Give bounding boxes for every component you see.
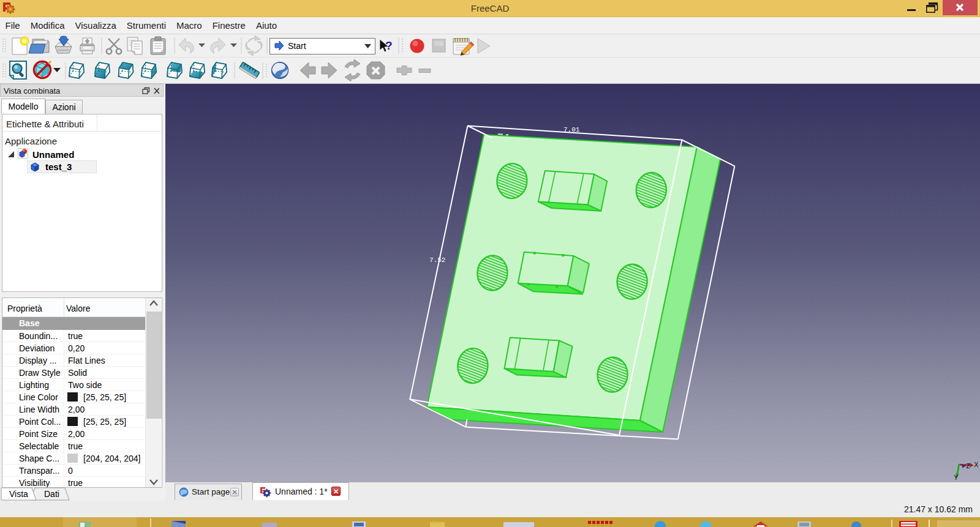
- svg-text:7.52: 7.52: [429, 256, 445, 264]
- svg-text:Z: Z: [967, 463, 970, 469]
- svg-text:?: ?: [385, 39, 393, 52]
- svg-text:Y: Y: [954, 474, 959, 481]
- svg-text:Start: Start: [288, 41, 306, 51]
- svg-text:X: X: [974, 462, 979, 468]
- svg-text:7.01: 7.01: [564, 126, 580, 133]
- svg-text:Vista: Vista: [9, 489, 28, 499]
- svg-text:Dati: Dati: [44, 489, 59, 499]
